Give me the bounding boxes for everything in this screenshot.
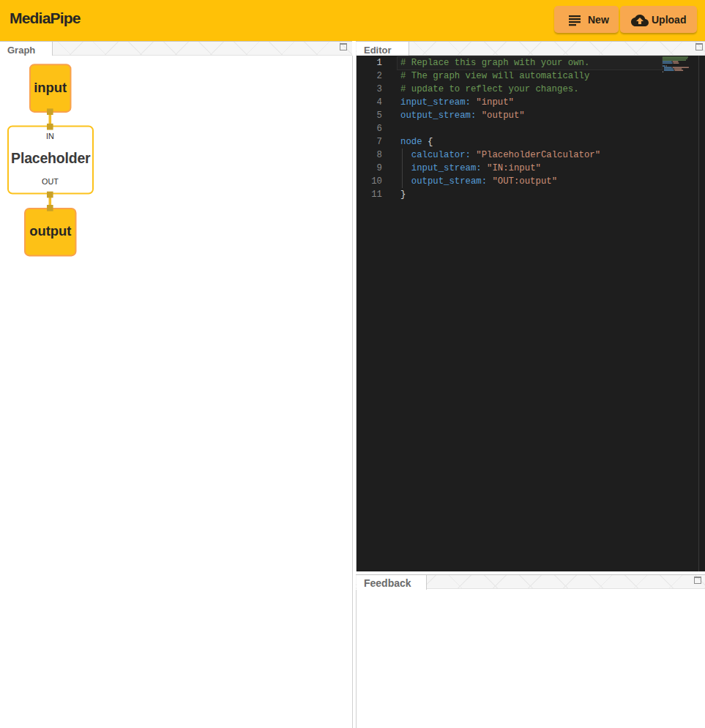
- svg-text:Placeholder: Placeholder: [11, 150, 91, 166]
- svg-text:OUT: OUT: [42, 177, 59, 186]
- svg-text:output: output: [29, 223, 71, 239]
- svg-text:IN: IN: [46, 132, 54, 140]
- svg-text:input: input: [34, 80, 67, 95]
